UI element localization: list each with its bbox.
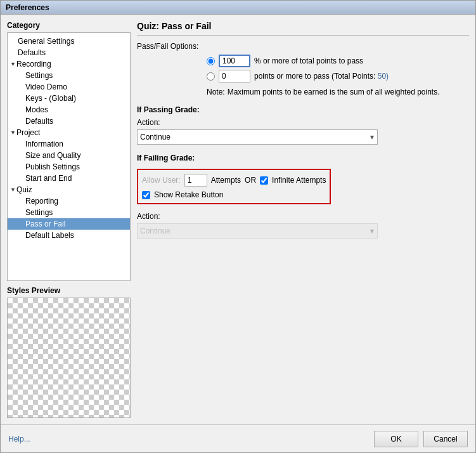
tree-item-label: Publish Settings xyxy=(25,162,80,171)
failing-action-label: Action: xyxy=(137,212,469,221)
tree-item-label: Quiz xyxy=(16,185,32,194)
sidebar-item-defaults-top[interactable]: Defaults xyxy=(8,47,130,58)
note-row: Note: Maximum points to be earned is the… xyxy=(207,88,469,96)
tree-item-label: Pass or Fail xyxy=(25,220,65,228)
failing-action-section: Action: Continue xyxy=(137,212,469,239)
title-bar: Preferences xyxy=(1,1,475,15)
radio-points[interactable] xyxy=(207,72,215,81)
total-points-link[interactable]: 50) xyxy=(378,72,389,81)
attempts-label: Attempts xyxy=(211,176,241,185)
sidebar-item-defaults-rec[interactable]: Defaults xyxy=(8,115,130,127)
points-input[interactable] xyxy=(219,70,250,82)
triangle-icon: ▼ xyxy=(10,187,16,193)
attempts-input[interactable] xyxy=(184,174,207,187)
help-link[interactable]: Help... xyxy=(8,435,30,443)
percent-input[interactable] xyxy=(219,55,250,67)
cancel-button[interactable]: Cancel xyxy=(423,431,468,447)
sidebar-item-recording[interactable]: ▼ Recording xyxy=(8,58,130,70)
sidebar-item-modes[interactable]: Modes xyxy=(8,104,130,115)
tree-item-label: Information xyxy=(25,140,63,148)
tree-item-label: Settings xyxy=(25,208,53,217)
triangle-icon: ▼ xyxy=(10,61,16,67)
passing-action-select-wrapper: Continue Jump to slide Open URL or File … xyxy=(137,129,378,145)
infinite-attempts-checkbox[interactable] xyxy=(260,176,268,185)
sidebar-item-information[interactable]: Information xyxy=(8,138,130,150)
note-text: Maximum points to be earned is the sum o… xyxy=(228,88,440,96)
or-label: OR xyxy=(245,176,256,185)
failing-grade-section: If Failing Grade: Allow User: Attempts O… xyxy=(137,154,469,239)
tree-item-label: Settings xyxy=(25,71,53,80)
sidebar-item-start-end[interactable]: Start and End xyxy=(8,173,130,184)
tree-item-label: Start and End xyxy=(25,174,72,183)
tree-item-label: Project xyxy=(16,128,40,137)
bottom-bar: Help... OK Cancel xyxy=(1,424,475,452)
failing-action-select: Continue xyxy=(137,223,378,239)
retake-label: Show Retake Button xyxy=(154,190,223,199)
section-content: Pass/Fail Options: % or more of total po… xyxy=(137,42,469,418)
styles-preview-box xyxy=(7,298,131,418)
content-area: Category General Settings Defaults ▼ Rec… xyxy=(1,15,475,424)
window-title: Preferences xyxy=(6,3,49,12)
failing-action-select-wrapper: Continue xyxy=(137,223,378,239)
tree-item-label: Video Demo xyxy=(25,82,67,91)
sidebar-item-pass-fail[interactable]: Pass or Fail xyxy=(8,218,130,230)
show-retake-checkbox[interactable] xyxy=(142,191,150,199)
radio-percent[interactable] xyxy=(207,57,215,65)
attempts-row: Allow User: Attempts OR Infinite Attempt… xyxy=(142,174,326,187)
sidebar-item-general-settings[interactable]: General Settings xyxy=(8,36,130,47)
styles-preview-label: Styles Preview xyxy=(7,286,131,295)
sidebar-item-settings[interactable]: Settings xyxy=(8,70,130,81)
radio2-suffix: points or more to pass (Total Points: 50… xyxy=(254,72,389,81)
styles-preview-section: Styles Preview xyxy=(7,286,131,418)
sidebar-item-keys-global[interactable]: Keys - (Global) xyxy=(8,93,130,104)
passing-action-label: Action: xyxy=(137,118,469,127)
sidebar-item-default-labels[interactable]: Default Labels xyxy=(8,230,130,241)
category-label: Category xyxy=(7,21,131,30)
sidebar-item-quiz[interactable]: ▼ Quiz xyxy=(8,184,130,195)
triangle-icon: ▼ xyxy=(10,129,16,136)
if-passing-label: If Passing Grade: xyxy=(137,105,469,114)
tree-item-label: Modes xyxy=(25,105,48,114)
sidebar-item-reporting[interactable]: Reporting xyxy=(8,195,130,207)
radio-row-1: % or more of total points to pass xyxy=(207,55,469,67)
tree-panel: General Settings Defaults ▼ Recording Se… xyxy=(7,32,131,281)
radio-group: % or more of total points to pass points… xyxy=(207,55,469,82)
right-panel: Quiz: Pass or Fail Pass/Fail Options: % … xyxy=(137,21,469,418)
sidebar-item-publish-settings[interactable]: Publish Settings xyxy=(8,161,130,173)
tree-item-label: Keys - (Global) xyxy=(25,94,76,103)
infinite-label: Infinite Attempts xyxy=(272,176,326,185)
sidebar-item-project[interactable]: ▼ Project xyxy=(8,127,130,138)
sidebar-item-quiz-settings[interactable]: Settings xyxy=(8,207,130,218)
radio1-suffix: % or more of total points to pass xyxy=(254,56,363,65)
pass-fail-options-row: Pass/Fail Options: xyxy=(137,42,469,51)
tree-item-label: Defaults xyxy=(18,48,46,57)
tree-item-label: Reporting xyxy=(25,197,58,206)
tree-item-label: General Settings xyxy=(18,37,74,46)
note-label: Note: xyxy=(207,88,225,96)
if-failing-label: If Failing Grade: xyxy=(137,154,469,162)
radio-row-2: points or more to pass (Total Points: 50… xyxy=(207,70,469,82)
tree-item-label: Recording xyxy=(16,60,51,69)
highlighted-box: Allow User: Attempts OR Infinite Attempt… xyxy=(137,169,331,204)
passing-action-select[interactable]: Continue Jump to slide Open URL or File … xyxy=(137,129,378,145)
allow-user-label: Allow User: xyxy=(142,176,181,185)
panel-title: Quiz: Pass or Fail xyxy=(137,21,469,36)
sidebar-item-video-demo[interactable]: Video Demo xyxy=(8,81,130,93)
ok-button[interactable]: OK xyxy=(374,431,418,447)
left-panel: Category General Settings Defaults ▼ Rec… xyxy=(7,21,131,418)
retake-row: Show Retake Button xyxy=(142,190,326,199)
bottom-buttons: OK Cancel xyxy=(374,431,468,447)
preferences-window: Preferences Category General Settings De… xyxy=(0,0,476,453)
tree-item-label: Size and Quality xyxy=(25,151,80,160)
sidebar-item-size-quality[interactable]: Size and Quality xyxy=(8,150,130,161)
tree-item-label: Defaults xyxy=(25,117,53,126)
tree-item-label: Default Labels xyxy=(25,231,74,240)
pass-fail-options-label: Pass/Fail Options: xyxy=(137,42,198,51)
